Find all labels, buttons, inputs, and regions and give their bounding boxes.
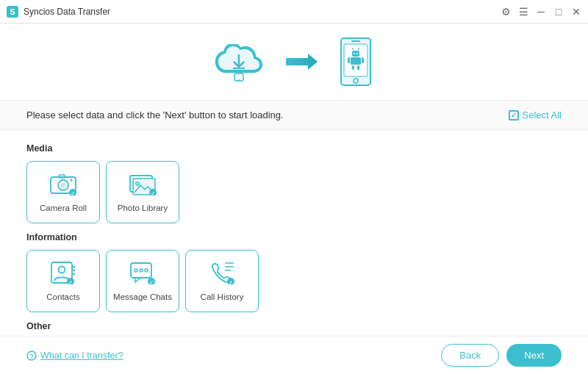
svg-marker-6 — [286, 54, 318, 70]
svg-text:✓: ✓ — [229, 280, 233, 285]
information-items-row: ✓ Contacts — [26, 250, 562, 312]
svg-rect-16 — [351, 57, 361, 65]
svg-text:✓: ✓ — [71, 191, 75, 196]
contacts-label: Contacts — [46, 292, 79, 301]
settings-icon[interactable]: ⚙ — [500, 6, 512, 18]
footer-buttons: Back Next — [441, 344, 562, 367]
svg-text:✓: ✓ — [149, 280, 154, 285]
item-camera-roll[interactable]: ✓ Camera Roll — [26, 161, 100, 223]
svg-point-34 — [59, 267, 65, 273]
transfer-arrow-icon — [282, 51, 319, 76]
svg-point-43 — [145, 269, 148, 272]
svg-rect-19 — [352, 65, 354, 70]
maximize-icon[interactable]: □ — [553, 6, 564, 18]
section-title-other: Other — [26, 321, 562, 331]
help-icon: ? — [26, 350, 37, 361]
svg-point-42 — [140, 269, 143, 272]
window-controls: ⚙ ☰ ─ □ ✕ — [500, 6, 582, 18]
message-chats-label: Message Chats — [113, 292, 172, 301]
next-button[interactable]: Next — [506, 344, 562, 367]
call-history-label: Call History — [201, 292, 244, 301]
section-title-media: Media — [26, 143, 562, 154]
instruction-text: Please select data and click the 'Next' … — [26, 109, 284, 121]
item-photo-library[interactable]: ✓ Photo Library — [106, 161, 179, 223]
item-message-chats[interactable]: ✓ Message Chats — [106, 250, 179, 312]
svg-point-25 — [71, 179, 73, 181]
content-area: Media ✓ Camera Roll — [0, 130, 588, 336]
camera-roll-label: Camera Roll — [40, 204, 87, 212]
transfer-header — [0, 24, 588, 101]
window-body: Please select data and click the 'Next' … — [0, 24, 588, 374]
svg-text:S: S — [10, 7, 15, 16]
svg-point-41 — [135, 269, 137, 272]
title-bar: S Syncios Data Transfer ⚙ ☰ ─ □ ✕ — [0, 0, 588, 24]
phone-destination-icon — [337, 37, 375, 90]
contacts-icon: ✓ — [50, 261, 76, 287]
footer: ? What can I transfer? Back Next — [0, 336, 588, 374]
message-chats-icon: ✓ — [129, 261, 156, 287]
item-call-history[interactable]: ✓ Call History — [185, 250, 259, 312]
svg-text:✓: ✓ — [151, 191, 155, 196]
svg-text:?: ? — [29, 353, 34, 360]
close-icon[interactable]: ✕ — [570, 6, 582, 18]
svg-rect-18 — [362, 57, 364, 63]
photo-library-icon: ✓ — [129, 172, 157, 198]
media-items-row: ✓ Camera Roll ✓ — [26, 161, 562, 223]
svg-text:✓: ✓ — [68, 280, 73, 285]
help-link[interactable]: ? What can I transfer? — [26, 350, 123, 361]
select-all-checkbox[interactable] — [509, 110, 519, 121]
call-history-icon: ✓ — [209, 261, 235, 287]
svg-point-23 — [61, 183, 66, 188]
photo-library-label: Photo Library — [118, 204, 168, 212]
select-all-button[interactable]: Select All — [509, 109, 562, 121]
svg-rect-11 — [352, 51, 359, 57]
select-all-label: Select All — [523, 109, 562, 121]
svg-rect-20 — [357, 65, 359, 70]
menu-icon[interactable]: ☰ — [517, 6, 529, 18]
svg-point-15 — [356, 53, 358, 54]
svg-rect-24 — [59, 175, 65, 178]
svg-rect-10 — [351, 40, 360, 42]
section-title-information: Information — [26, 232, 562, 242]
back-button[interactable]: Back — [441, 344, 499, 367]
app-title: Syncios Data Transfer — [24, 7, 500, 17]
minimize-icon[interactable]: ─ — [535, 6, 547, 18]
instruction-bar: Please select data and click the 'Next' … — [0, 101, 588, 130]
cloud-source-icon — [213, 44, 265, 82]
svg-rect-40 — [131, 263, 151, 278]
svg-point-14 — [354, 53, 355, 54]
app-logo: S — [6, 5, 19, 18]
item-contacts[interactable]: ✓ Contacts — [26, 250, 100, 312]
help-link-text: What can I transfer? — [40, 350, 123, 361]
camera-roll-icon: ✓ — [49, 172, 77, 198]
svg-rect-17 — [348, 57, 350, 63]
